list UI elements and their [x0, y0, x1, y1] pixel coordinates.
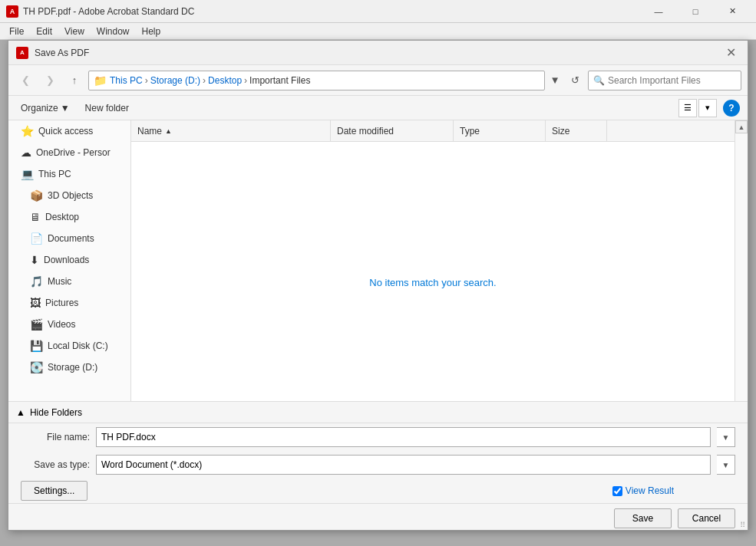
app-icon: A — [6, 5, 18, 18]
desktop-icon: 🖥 — [30, 211, 41, 223]
folder-icon: 📁 — [94, 74, 107, 87]
organize-dropdown-icon: ▼ — [61, 103, 70, 113]
view-dropdown-button[interactable]: ▾ — [698, 99, 717, 117]
storage-d-icon: 💽 — [30, 361, 43, 373]
menu-file[interactable]: File — [3, 25, 30, 38]
resize-handle[interactable]: ⠿ — [737, 519, 748, 530]
empty-message: No items match your search. — [369, 277, 496, 288]
view-list-button[interactable]: ☰ — [678, 99, 697, 117]
forward-button[interactable]: ❯ — [39, 71, 61, 90]
bottom-area: File name: ▼ Save as type: Word Document… — [8, 423, 748, 530]
minimize-button[interactable]: — — [641, 0, 676, 23]
file-name-dropdown-button[interactable]: ▼ — [717, 427, 735, 447]
sidebar: ⭐ Quick access ☁ OneDrive - Persor 💻 Thi… — [8, 120, 131, 423]
pictures-icon: 🖼 — [30, 297, 41, 309]
file-list-body: No items match your search. — [131, 142, 735, 423]
sort-icon: ▲ — [165, 127, 172, 135]
col-date-header[interactable]: Date modified — [331, 120, 454, 141]
refresh-button[interactable]: ↺ — [565, 71, 585, 90]
col-name-header[interactable]: Name ▲ — [131, 120, 331, 141]
file-name-input[interactable] — [96, 427, 711, 447]
search-icon: 🔍 — [593, 75, 605, 86]
file-list-header: Name ▲ Date modified Type Size — [131, 120, 735, 142]
onedrive-icon: ☁ — [21, 146, 31, 159]
hide-folders-label: Hide Folders — [30, 407, 82, 418]
sidebar-item-music[interactable]: 🎵 Music — [8, 271, 130, 292]
dialog-title: Save As PDF — [35, 48, 721, 58]
maximize-button[interactable]: □ — [678, 0, 713, 23]
this-pc-icon: 💻 — [21, 168, 34, 180]
sidebar-item-desktop[interactable]: 🖥 Desktop — [8, 206, 130, 228]
downloads-icon: ⬇ — [30, 254, 39, 266]
dialog-close-button[interactable]: ✕ — [721, 44, 740, 62]
view-result-checkbox[interactable] — [612, 486, 622, 496]
sidebar-item-videos[interactable]: 🎬 Videos — [8, 314, 130, 335]
scroll-up-arrow[interactable]: ▲ — [735, 120, 748, 133]
new-folder-button[interactable]: New folder — [81, 99, 134, 117]
close-app-button[interactable]: ✕ — [715, 0, 750, 23]
up-button[interactable]: ↑ — [64, 71, 85, 90]
local-disk-c-icon: 💾 — [30, 340, 43, 352]
search-input[interactable] — [608, 75, 736, 86]
footer-button-row: Save Cancel — [8, 503, 748, 532]
sidebar-item-pictures[interactable]: 🖼 Pictures — [8, 292, 130, 314]
app-titlebar: A TH PDF.pdf - Adobe Acrobat Standard DC… — [0, 0, 756, 23]
menu-edit[interactable]: Edit — [30, 25, 58, 38]
3d-objects-icon: 📦 — [30, 189, 43, 202]
sidebar-item-documents[interactable]: 📄 Documents — [8, 228, 130, 249]
app-title: TH PDF.pdf - Adobe Acrobat Standard DC — [23, 6, 641, 17]
save-as-type-select[interactable]: Word Document (*.docx) — [96, 455, 711, 475]
breadcrumb-dropdown-button[interactable]: ▼ — [548, 71, 562, 90]
help-button[interactable]: ? — [723, 100, 740, 117]
music-icon: 🎵 — [30, 275, 43, 288]
col-size-header[interactable]: Size — [546, 120, 607, 141]
dialog-titlebar: A Save As PDF ✕ — [8, 41, 748, 65]
quick-access-icon: ⭐ — [21, 125, 34, 137]
address-toolbar: ❮ ❯ ↑ 📁 This PC › Storage (D:) › Desktop… — [8, 65, 748, 96]
file-list: Name ▲ Date modified Type Size No items … — [131, 120, 735, 423]
organize-toolbar: Organize ▼ New folder ☰ ▾ ? — [8, 96, 748, 120]
dialog-icon: A — [16, 47, 28, 59]
menu-help[interactable]: Help — [136, 25, 167, 38]
save-button[interactable]: Save — [614, 508, 672, 528]
view-toggle: ☰ ▾ — [678, 99, 717, 117]
menu-view[interactable]: View — [58, 25, 91, 38]
sidebar-item-local-disk-c[interactable]: 💾 Local Disk (C:) — [8, 335, 130, 357]
sidebar-item-onedrive[interactable]: ☁ OneDrive - Persor — [8, 142, 130, 163]
save-as-type-label: Save as type: — [21, 459, 90, 470]
save-as-dialog: A Save As PDF ✕ ❮ ❯ ↑ 📁 This PC › Storag… — [8, 40, 748, 531]
videos-icon: 🎬 — [30, 318, 43, 331]
search-box: 🔍 — [588, 71, 741, 90]
window-controls: — □ ✕ — [641, 0, 750, 23]
sidebar-item-storage-d[interactable]: 💽 Storage (D:) — [8, 357, 130, 378]
sidebar-item-3d-objects[interactable]: 📦 3D Objects — [8, 185, 130, 206]
breadcrumb-current: Important Files — [249, 75, 310, 86]
file-name-row: File name: ▼ — [8, 423, 748, 451]
documents-icon: 📄 — [30, 232, 43, 245]
save-as-type-row: Save as type: Word Document (*.docx) ▼ — [8, 451, 748, 479]
breadcrumb-documents[interactable]: Desktop — [208, 75, 242, 86]
cancel-button[interactable]: Cancel — [678, 508, 735, 528]
scroll-track[interactable] — [735, 133, 748, 410]
save-as-type-dropdown-button[interactable]: ▼ — [717, 455, 735, 475]
back-button[interactable]: ❮ — [15, 71, 36, 90]
file-name-label: File name: — [21, 432, 90, 442]
action-row: Settings... View Result — [8, 479, 748, 503]
col-type-header[interactable]: Type — [454, 120, 546, 141]
menu-window[interactable]: Window — [91, 25, 136, 38]
breadcrumb-storage-d[interactable]: Storage (D:) — [150, 75, 200, 86]
sidebar-item-downloads[interactable]: ⬇ Downloads — [8, 249, 130, 271]
sidebar-item-quick-access[interactable]: ⭐ Quick access — [8, 120, 130, 142]
settings-button[interactable]: Settings... — [21, 481, 87, 501]
content-area: ⭐ Quick access ☁ OneDrive - Persor 💻 Thi… — [8, 120, 748, 423]
hide-folders-arrow-icon: ▲ — [16, 407, 25, 418]
sidebar-item-this-pc[interactable]: 💻 This PC — [8, 163, 130, 185]
hide-folders-row[interactable]: ▲ Hide Folders — [8, 401, 748, 423]
organize-button[interactable]: Organize ▼ — [16, 99, 74, 117]
breadcrumb-this-pc[interactable]: This PC — [110, 75, 143, 86]
breadcrumb[interactable]: 📁 This PC › Storage (D:) › Desktop › Imp… — [88, 71, 545, 90]
menu-bar: File Edit View Window Help — [0, 23, 756, 40]
view-result-checkbox-label[interactable]: View Result — [612, 485, 674, 496]
right-scrollbar[interactable]: ▲ ▼ — [735, 120, 748, 423]
